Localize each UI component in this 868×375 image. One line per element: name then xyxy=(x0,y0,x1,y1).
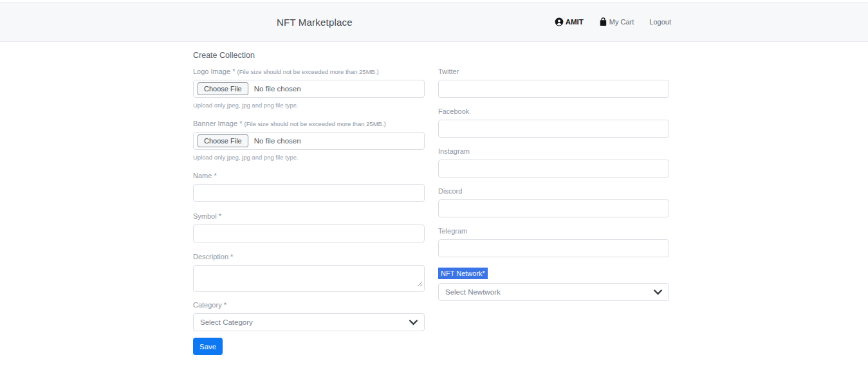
form-columns: Logo Image * (File size should not be ex… xyxy=(193,68,868,355)
navbar-right: AMIT My Cart Logout xyxy=(555,17,671,26)
brand-title[interactable]: NFT Marketplace xyxy=(277,17,353,28)
discord-label: Discord xyxy=(438,187,669,195)
logo-image-group: Logo Image * (File size should not be ex… xyxy=(193,68,425,109)
instagram-group: Instagram xyxy=(438,147,669,178)
telegram-label: Telegram xyxy=(438,227,669,235)
description-label: Description * xyxy=(193,253,425,261)
save-button[interactable]: Save xyxy=(193,338,223,355)
symbol-input[interactable] xyxy=(193,224,425,242)
form-column-left: Logo Image * (File size should not be ex… xyxy=(193,68,425,355)
page-title: Create Collection xyxy=(193,51,868,60)
logo-help-text: Upload only jpeg, jpg and png file type. xyxy=(193,102,425,109)
logo-file-status: No file chosen xyxy=(254,85,301,93)
discord-input[interactable] xyxy=(438,199,669,217)
chevron-down-icon xyxy=(654,286,662,298)
chevron-down-icon xyxy=(409,316,418,328)
twitter-group: Twitter xyxy=(438,68,669,98)
logo-image-label-text: Logo Image * xyxy=(193,68,235,75)
banner-image-size-note: (File size should not be exceeded more t… xyxy=(245,120,386,127)
banner-choose-file-button[interactable]: Choose File xyxy=(198,134,248,147)
form-column-right: Twitter Facebook Instagram Discord Teleg… xyxy=(438,68,669,355)
category-group: Category * Select Category xyxy=(193,301,425,331)
instagram-label: Instagram xyxy=(438,147,669,155)
logo-choose-file-button[interactable]: Choose File xyxy=(198,82,248,95)
description-group: Description * xyxy=(193,253,425,292)
facebook-group: Facebook xyxy=(438,107,669,138)
nft-network-label: NFT Network* xyxy=(438,268,488,279)
name-group: Name * xyxy=(193,172,425,202)
discord-group: Discord xyxy=(438,187,669,217)
nft-network-select[interactable]: Select Newtwork xyxy=(438,283,669,301)
symbol-label: Symbol * xyxy=(193,212,425,220)
banner-file-input[interactable]: Choose File No file chosen xyxy=(193,132,425,150)
facebook-label: Facebook xyxy=(438,107,669,115)
navbar: NFT Marketplace AMIT My Cart Logout xyxy=(0,2,868,42)
nft-network-group: NFT Network* Select Newtwork xyxy=(438,267,669,301)
nav-my-cart[interactable]: My Cart xyxy=(599,17,634,26)
category-label: Category * xyxy=(193,301,425,309)
banner-image-group: Banner Image * (File size should not be … xyxy=(193,120,425,161)
nav-user[interactable]: AMIT xyxy=(555,17,584,26)
banner-image-label: Banner Image * (File size should not be … xyxy=(193,120,425,127)
nav-logout[interactable]: Logout xyxy=(649,18,671,26)
user-circle-icon xyxy=(555,17,564,26)
logo-file-input[interactable]: Choose File No file chosen xyxy=(193,80,425,98)
banner-help-text: Upload only jpeg, jpg and png file type. xyxy=(193,154,425,161)
logo-image-size-note: (File size should not be exceeded more t… xyxy=(237,68,379,75)
nav-user-label: AMIT xyxy=(566,18,584,26)
twitter-label: Twitter xyxy=(438,68,669,75)
symbol-group: Symbol * xyxy=(193,212,425,242)
nft-network-select-value: Select Newtwork xyxy=(445,288,501,296)
facebook-input[interactable] xyxy=(438,120,669,138)
create-collection-page: Create Collection Logo Image * (File siz… xyxy=(0,42,868,355)
logo-image-label: Logo Image * (File size should not be ex… xyxy=(193,68,425,75)
name-label: Name * xyxy=(193,172,425,179)
instagram-input[interactable] xyxy=(438,160,669,178)
category-select-value: Select Category xyxy=(200,318,253,326)
category-select[interactable]: Select Category xyxy=(193,313,425,331)
name-input[interactable] xyxy=(193,184,425,202)
twitter-input[interactable] xyxy=(438,80,669,98)
shopping-bag-icon xyxy=(599,17,607,26)
banner-image-label-text: Banner Image * xyxy=(193,120,242,127)
description-textarea[interactable] xyxy=(193,265,425,292)
nav-my-cart-label: My Cart xyxy=(609,18,634,26)
telegram-group: Telegram xyxy=(438,227,669,257)
telegram-input[interactable] xyxy=(438,239,669,257)
banner-file-status: No file chosen xyxy=(254,137,301,145)
